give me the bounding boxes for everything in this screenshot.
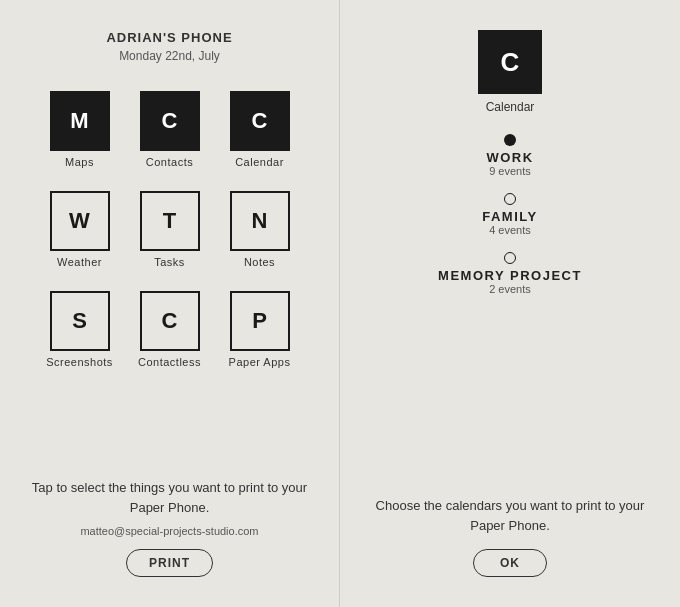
calendar-dot-family — [504, 193, 516, 205]
calendar-list: WORK9 eventsFAMILY4 eventsMEMORY PROJECT… — [340, 134, 680, 303]
app-item-screenshots[interactable]: SScreenshots — [40, 291, 120, 381]
app-label-paper apps: Paper Apps — [229, 356, 291, 368]
calendar-events-family: 4 events — [489, 224, 531, 236]
app-label-contacts: Contacts — [146, 156, 193, 168]
app-item-notes[interactable]: NNotes — [220, 191, 300, 281]
app-label-calendar: Calendar — [235, 156, 284, 168]
app-icon-contactless: C — [140, 291, 200, 351]
app-item-calendar[interactable]: CCalendar — [220, 91, 300, 181]
calendar-name-memory project: MEMORY PROJECT — [438, 268, 582, 283]
phone-title: ADRIAN'S PHONE — [106, 30, 232, 45]
calendar-item-work[interactable]: WORK9 events — [486, 134, 533, 177]
app-item-paper-apps[interactable]: PPaper Apps — [220, 291, 300, 381]
calendar-name-work: WORK — [486, 150, 533, 165]
right-bottom: Choose the calendars you want to print t… — [340, 496, 680, 607]
app-icon-paper apps: P — [230, 291, 290, 351]
left-panel: ADRIAN'S PHONE Monday 22nd, July MMapsCC… — [0, 0, 340, 607]
left-bottom: Tap to select the things you want to pri… — [0, 478, 339, 607]
app-icon-tasks: T — [140, 191, 200, 251]
app-icon-contacts: C — [140, 91, 200, 151]
app-icon-screenshots: S — [50, 291, 110, 351]
app-item-contacts[interactable]: CContacts — [130, 91, 210, 181]
app-item-contactless[interactable]: CContactless — [130, 291, 210, 381]
calendar-dot-work — [504, 134, 516, 146]
app-label-weather: Weather — [57, 256, 102, 268]
calendar-item-family[interactable]: FAMILY4 events — [482, 193, 537, 236]
app-icon-maps: M — [50, 91, 110, 151]
calendar-dot-memory project — [504, 252, 516, 264]
calendar-events-work: 9 events — [489, 165, 531, 177]
app-label-contactless: Contactless — [138, 356, 201, 368]
app-label-screenshots: Screenshots — [46, 356, 113, 368]
ok-button[interactable]: OK — [473, 549, 547, 577]
phone-date: Monday 22nd, July — [119, 49, 220, 63]
calendar-icon-large: C — [478, 30, 542, 94]
app-icon-notes: N — [230, 191, 290, 251]
print-button[interactable]: PRINT — [126, 549, 213, 577]
app-item-maps[interactable]: MMaps — [40, 91, 120, 181]
app-label-tasks: Tasks — [154, 256, 185, 268]
app-icon-calendar: C — [230, 91, 290, 151]
app-grid: MMapsCContactsCCalendarWWeatherTTasksNNo… — [40, 91, 300, 381]
calendar-item-memory-project[interactable]: MEMORY PROJECT2 events — [438, 252, 582, 295]
email-text: matteo@special-projects-studio.com — [80, 525, 258, 537]
calendar-events-memory project: 2 events — [489, 283, 531, 295]
calendar-name-family: FAMILY — [482, 209, 537, 224]
left-instruction: Tap to select the things you want to pri… — [0, 478, 339, 517]
app-label-notes: Notes — [244, 256, 275, 268]
right-panel: C Calendar WORK9 eventsFAMILY4 eventsMEM… — [340, 0, 680, 607]
app-label-maps: Maps — [65, 156, 94, 168]
calendar-label: Calendar — [486, 100, 535, 114]
right-instruction: Choose the calendars you want to print t… — [340, 496, 680, 535]
app-item-tasks[interactable]: TTasks — [130, 191, 210, 281]
app-icon-weather: W — [50, 191, 110, 251]
app-item-weather[interactable]: WWeather — [40, 191, 120, 281]
